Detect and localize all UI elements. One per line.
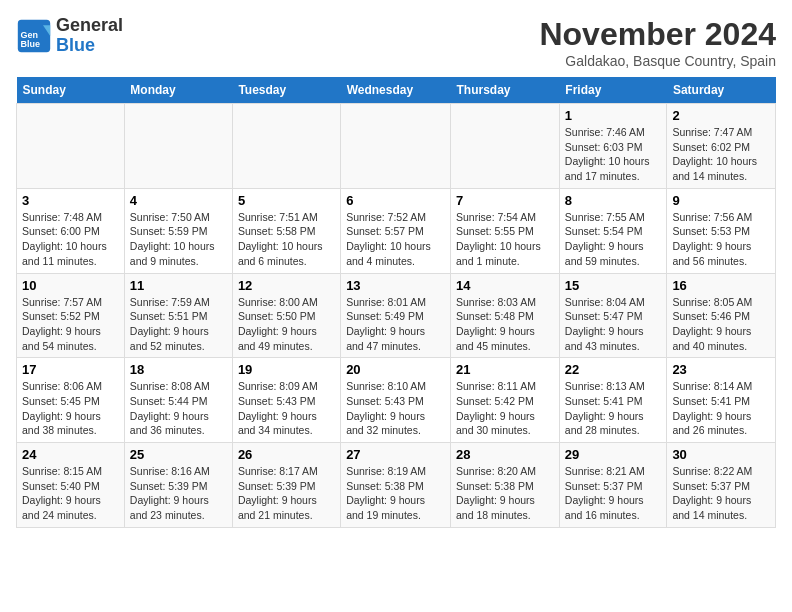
calendar-cell: 5Sunrise: 7:51 AMSunset: 5:58 PMDaylight… — [232, 188, 340, 273]
week-row-1: 1Sunrise: 7:46 AMSunset: 6:03 PMDaylight… — [17, 104, 776, 189]
day-number: 12 — [238, 278, 335, 293]
week-row-3: 10Sunrise: 7:57 AMSunset: 5:52 PMDayligh… — [17, 273, 776, 358]
day-info: Sunrise: 8:06 AMSunset: 5:45 PMDaylight:… — [22, 379, 119, 438]
day-info: Sunrise: 7:46 AMSunset: 6:03 PMDaylight:… — [565, 125, 662, 184]
day-number: 26 — [238, 447, 335, 462]
calendar-cell: 3Sunrise: 7:48 AMSunset: 6:00 PMDaylight… — [17, 188, 125, 273]
day-number: 25 — [130, 447, 227, 462]
day-number: 30 — [672, 447, 770, 462]
day-number: 2 — [672, 108, 770, 123]
day-number: 13 — [346, 278, 445, 293]
day-number: 18 — [130, 362, 227, 377]
calendar-cell: 15Sunrise: 8:04 AMSunset: 5:47 PMDayligh… — [559, 273, 667, 358]
day-info: Sunrise: 7:57 AMSunset: 5:52 PMDaylight:… — [22, 295, 119, 354]
day-number: 14 — [456, 278, 554, 293]
day-info: Sunrise: 8:04 AMSunset: 5:47 PMDaylight:… — [565, 295, 662, 354]
day-number: 27 — [346, 447, 445, 462]
day-header-monday: Monday — [124, 77, 232, 104]
calendar-cell: 1Sunrise: 7:46 AMSunset: 6:03 PMDaylight… — [559, 104, 667, 189]
day-number: 24 — [22, 447, 119, 462]
day-number: 10 — [22, 278, 119, 293]
calendar-cell: 19Sunrise: 8:09 AMSunset: 5:43 PMDayligh… — [232, 358, 340, 443]
day-number: 9 — [672, 193, 770, 208]
day-info: Sunrise: 7:47 AMSunset: 6:02 PMDaylight:… — [672, 125, 770, 184]
calendar-cell: 10Sunrise: 7:57 AMSunset: 5:52 PMDayligh… — [17, 273, 125, 358]
calendar-cell: 4Sunrise: 7:50 AMSunset: 5:59 PMDaylight… — [124, 188, 232, 273]
calendar-table: SundayMondayTuesdayWednesdayThursdayFrid… — [16, 77, 776, 528]
day-info: Sunrise: 8:16 AMSunset: 5:39 PMDaylight:… — [130, 464, 227, 523]
day-header-wednesday: Wednesday — [341, 77, 451, 104]
svg-text:Blue: Blue — [21, 39, 41, 49]
calendar-cell: 28Sunrise: 8:20 AMSunset: 5:38 PMDayligh… — [451, 443, 560, 528]
day-info: Sunrise: 7:56 AMSunset: 5:53 PMDaylight:… — [672, 210, 770, 269]
day-number: 23 — [672, 362, 770, 377]
day-number: 1 — [565, 108, 662, 123]
day-number: 15 — [565, 278, 662, 293]
day-info: Sunrise: 8:01 AMSunset: 5:49 PMDaylight:… — [346, 295, 445, 354]
day-info: Sunrise: 8:20 AMSunset: 5:38 PMDaylight:… — [456, 464, 554, 523]
calendar-header-row: SundayMondayTuesdayWednesdayThursdayFrid… — [17, 77, 776, 104]
day-info: Sunrise: 8:17 AMSunset: 5:39 PMDaylight:… — [238, 464, 335, 523]
day-number: 7 — [456, 193, 554, 208]
calendar-cell: 29Sunrise: 8:21 AMSunset: 5:37 PMDayligh… — [559, 443, 667, 528]
day-number: 29 — [565, 447, 662, 462]
day-number: 5 — [238, 193, 335, 208]
day-info: Sunrise: 8:21 AMSunset: 5:37 PMDaylight:… — [565, 464, 662, 523]
calendar-cell — [341, 104, 451, 189]
day-number: 19 — [238, 362, 335, 377]
calendar-cell: 23Sunrise: 8:14 AMSunset: 5:41 PMDayligh… — [667, 358, 776, 443]
month-title: November 2024 — [539, 16, 776, 53]
day-info: Sunrise: 8:15 AMSunset: 5:40 PMDaylight:… — [22, 464, 119, 523]
calendar-cell: 6Sunrise: 7:52 AMSunset: 5:57 PMDaylight… — [341, 188, 451, 273]
day-info: Sunrise: 7:50 AMSunset: 5:59 PMDaylight:… — [130, 210, 227, 269]
calendar-cell: 20Sunrise: 8:10 AMSunset: 5:43 PMDayligh… — [341, 358, 451, 443]
day-info: Sunrise: 8:10 AMSunset: 5:43 PMDaylight:… — [346, 379, 445, 438]
day-number: 8 — [565, 193, 662, 208]
day-info: Sunrise: 8:00 AMSunset: 5:50 PMDaylight:… — [238, 295, 335, 354]
day-info: Sunrise: 7:52 AMSunset: 5:57 PMDaylight:… — [346, 210, 445, 269]
calendar-cell: 2Sunrise: 7:47 AMSunset: 6:02 PMDaylight… — [667, 104, 776, 189]
day-number: 4 — [130, 193, 227, 208]
day-header-friday: Friday — [559, 77, 667, 104]
title-area: November 2024 Galdakao, Basque Country, … — [539, 16, 776, 69]
day-header-saturday: Saturday — [667, 77, 776, 104]
day-number: 22 — [565, 362, 662, 377]
day-info: Sunrise: 8:11 AMSunset: 5:42 PMDaylight:… — [456, 379, 554, 438]
day-header-thursday: Thursday — [451, 77, 560, 104]
calendar-cell — [232, 104, 340, 189]
week-row-4: 17Sunrise: 8:06 AMSunset: 5:45 PMDayligh… — [17, 358, 776, 443]
day-info: Sunrise: 7:48 AMSunset: 6:00 PMDaylight:… — [22, 210, 119, 269]
calendar-cell: 30Sunrise: 8:22 AMSunset: 5:37 PMDayligh… — [667, 443, 776, 528]
calendar-cell: 21Sunrise: 8:11 AMSunset: 5:42 PMDayligh… — [451, 358, 560, 443]
day-info: Sunrise: 8:08 AMSunset: 5:44 PMDaylight:… — [130, 379, 227, 438]
logo-general: General — [56, 15, 123, 35]
day-number: 20 — [346, 362, 445, 377]
calendar-cell: 7Sunrise: 7:54 AMSunset: 5:55 PMDaylight… — [451, 188, 560, 273]
calendar-cell: 16Sunrise: 8:05 AMSunset: 5:46 PMDayligh… — [667, 273, 776, 358]
location: Galdakao, Basque Country, Spain — [539, 53, 776, 69]
logo-text: General Blue — [56, 16, 123, 56]
logo: Gen Blue General Blue — [16, 16, 123, 56]
day-number: 3 — [22, 193, 119, 208]
day-info: Sunrise: 8:05 AMSunset: 5:46 PMDaylight:… — [672, 295, 770, 354]
logo-blue: Blue — [56, 35, 95, 55]
day-info: Sunrise: 7:55 AMSunset: 5:54 PMDaylight:… — [565, 210, 662, 269]
day-info: Sunrise: 7:59 AMSunset: 5:51 PMDaylight:… — [130, 295, 227, 354]
calendar-cell — [451, 104, 560, 189]
calendar-cell: 9Sunrise: 7:56 AMSunset: 5:53 PMDaylight… — [667, 188, 776, 273]
calendar-cell: 13Sunrise: 8:01 AMSunset: 5:49 PMDayligh… — [341, 273, 451, 358]
calendar-cell: 27Sunrise: 8:19 AMSunset: 5:38 PMDayligh… — [341, 443, 451, 528]
calendar-cell — [124, 104, 232, 189]
day-info: Sunrise: 8:14 AMSunset: 5:41 PMDaylight:… — [672, 379, 770, 438]
logo-icon: Gen Blue — [16, 18, 52, 54]
day-info: Sunrise: 7:54 AMSunset: 5:55 PMDaylight:… — [456, 210, 554, 269]
calendar-cell: 17Sunrise: 8:06 AMSunset: 5:45 PMDayligh… — [17, 358, 125, 443]
day-number: 16 — [672, 278, 770, 293]
calendar-cell: 24Sunrise: 8:15 AMSunset: 5:40 PMDayligh… — [17, 443, 125, 528]
header: Gen Blue General Blue November 2024 Gald… — [16, 16, 776, 69]
calendar-cell: 8Sunrise: 7:55 AMSunset: 5:54 PMDaylight… — [559, 188, 667, 273]
week-row-5: 24Sunrise: 8:15 AMSunset: 5:40 PMDayligh… — [17, 443, 776, 528]
day-number: 11 — [130, 278, 227, 293]
calendar-cell: 26Sunrise: 8:17 AMSunset: 5:39 PMDayligh… — [232, 443, 340, 528]
calendar-cell: 22Sunrise: 8:13 AMSunset: 5:41 PMDayligh… — [559, 358, 667, 443]
